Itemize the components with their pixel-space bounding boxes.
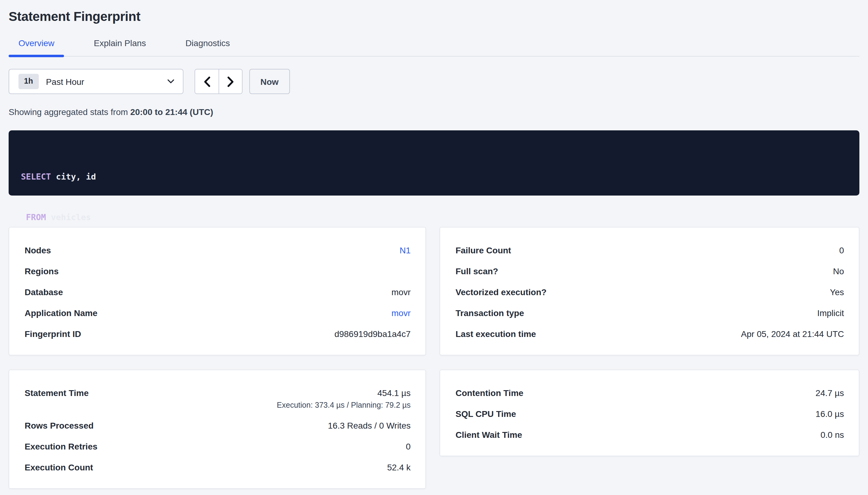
row-label: Application Name	[24, 308, 98, 319]
stat-row-execution-count: Execution Count 52.4 k	[24, 462, 411, 473]
row-value: 0	[406, 442, 411, 452]
row-value: 0.0 ns	[821, 430, 844, 440]
row-value: movr	[392, 287, 411, 297]
next-time-button[interactable]	[218, 69, 242, 93]
statement-details-card: Nodes N1 Regions Database movr Applicati…	[9, 227, 426, 355]
row-label: Full scan?	[456, 266, 498, 277]
application-name-link[interactable]: movr	[392, 308, 411, 319]
row-label: Database	[24, 287, 63, 297]
stat-row-sql-cpu-time: SQL CPU Time 16.0 µs	[456, 409, 844, 420]
row-label: Statement Time	[24, 388, 89, 398]
page-title: Statement Fingerprint	[9, 0, 859, 24]
statement-stats-card: Statement Time 454.1 µs Execution: 373.4…	[9, 370, 426, 489]
detail-row-database: Database movr	[24, 287, 411, 297]
statement-fingerprint-page: Statement Fingerprint Overview Explain P…	[0, 0, 868, 495]
sql-keyword: SELECT	[21, 172, 51, 182]
row-label: Execution Retries	[24, 442, 98, 452]
detail-row-application-name: Application Name movr	[24, 308, 411, 319]
row-value: 16.3 Reads / 0 Writes	[328, 421, 411, 431]
time-range-label: Past Hour	[46, 76, 84, 86]
sql-keyword: FROM	[26, 212, 46, 222]
chevron-down-icon	[167, 79, 174, 84]
attr-row-full-scan: Full scan? No	[456, 266, 844, 277]
time-step-button-group	[195, 69, 243, 94]
row-label: Client Wait Time	[456, 430, 522, 440]
row-value: Yes	[830, 287, 844, 297]
detail-row-regions: Regions	[24, 266, 411, 277]
chevron-right-icon	[227, 76, 234, 87]
row-value: No	[833, 266, 844, 277]
stat-row-statement-time: Statement Time 454.1 µs Execution: 373.4…	[24, 388, 411, 410]
detail-row-nodes: Nodes N1	[24, 245, 411, 256]
aggregation-summary: Showing aggregated stats from 20:00 to 2…	[9, 107, 859, 117]
nodes-link[interactable]: N1	[399, 245, 411, 256]
tab-explain-plans[interactable]: Explain Plans	[84, 38, 156, 56]
execution-attributes-card: Failure Count 0 Full scan? No Vectorized…	[440, 227, 859, 355]
row-label: Nodes	[24, 245, 51, 256]
sql-statement-box: SELECT city, id FROM vehicles WHERE city…	[9, 130, 859, 195]
row-label: Fingerprint ID	[24, 329, 81, 339]
stat-row-client-wait-time: Client Wait Time 0.0 ns	[456, 430, 844, 440]
prev-time-button[interactable]	[195, 69, 218, 93]
detail-row-fingerprint-id: Fingerprint ID d986919d9ba1a4c7	[24, 329, 411, 339]
row-label: Vectorized execution?	[456, 287, 547, 297]
tab-diagnostics[interactable]: Diagnostics	[176, 38, 240, 56]
row-label: Rows Processed	[24, 421, 94, 431]
statement-time-breakdown: Execution: 373.4 µs / Planning: 79.2 µs	[24, 401, 411, 410]
interval-badge: 1h	[18, 74, 38, 89]
row-value: d986919d9ba1a4c7	[334, 329, 411, 339]
now-button[interactable]: Now	[249, 69, 290, 94]
stat-row-contention-time: Contention Time 24.7 µs	[456, 388, 844, 398]
sql-line: SELECT city, id	[21, 170, 847, 183]
time-stats-card: Contention Time 24.7 µs SQL CPU Time 16.…	[440, 370, 859, 456]
chevron-left-icon	[203, 76, 210, 87]
aggregation-summary-prefix: Showing aggregated stats from	[9, 107, 130, 117]
time-range-dropdown[interactable]: 1h Past Hour	[9, 69, 183, 94]
row-label: Execution Count	[24, 462, 93, 473]
attr-row-failure-count: Failure Count 0	[456, 245, 844, 256]
row-label: Contention Time	[456, 388, 523, 398]
sql-line: FROM vehicles	[21, 210, 847, 224]
row-label: Regions	[24, 266, 59, 277]
summary-cards: Nodes N1 Regions Database movr Applicati…	[9, 227, 859, 489]
aggregation-summary-range: 20:00 to 21:44 (UTC)	[130, 107, 213, 117]
row-value: 16.0 µs	[816, 409, 844, 420]
row-value: Implicit	[817, 308, 844, 319]
row-value: 24.7 µs	[816, 388, 844, 398]
time-picker-controls: 1h Past Hour Now	[9, 69, 859, 94]
attr-row-last-execution-time: Last execution time Apr 05, 2024 at 21:4…	[456, 329, 844, 339]
row-label: SQL CPU Time	[456, 409, 516, 420]
row-value: 454.1 µs	[377, 388, 411, 398]
attr-row-transaction-type: Transaction type Implicit	[456, 308, 844, 319]
attr-row-vectorized: Vectorized execution? Yes	[456, 287, 844, 297]
tabbar: Overview Explain Plans Diagnostics	[9, 38, 859, 56]
row-value: Apr 05, 2024 at 21:44 UTC	[741, 329, 844, 339]
row-value: 52.4 k	[387, 462, 411, 473]
stat-row-execution-retries: Execution Retries 0	[24, 442, 411, 452]
row-value: 0	[839, 245, 844, 256]
stat-row-rows-processed: Rows Processed 16.3 Reads / 0 Writes	[24, 421, 411, 431]
row-label: Transaction type	[456, 308, 524, 319]
row-label: Last execution time	[456, 329, 536, 339]
tab-overview[interactable]: Overview	[9, 38, 64, 56]
row-label: Failure Count	[456, 245, 511, 256]
